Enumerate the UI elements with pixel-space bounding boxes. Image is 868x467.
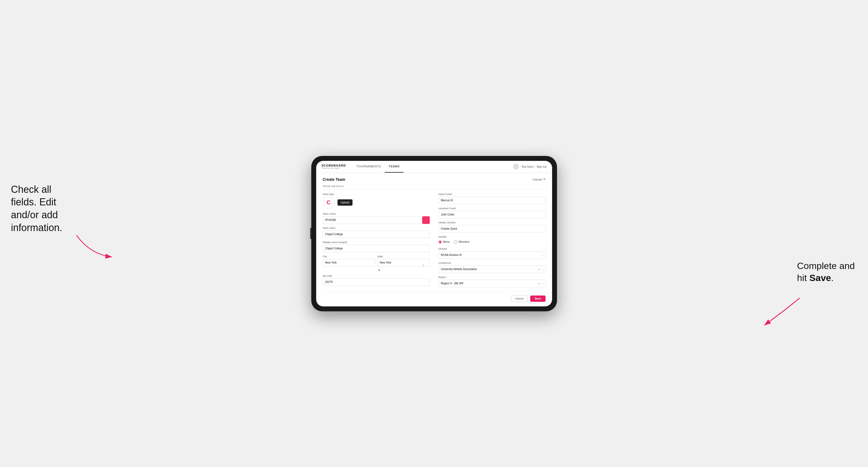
city-state-row: City State New York ⌄ — [323, 255, 430, 272]
team-colour-input[interactable] — [323, 216, 421, 224]
athletic-director-input[interactable] — [438, 225, 546, 233]
athletic-director-group: Athletic Director — [438, 221, 546, 233]
division-label: Division — [438, 247, 546, 250]
team-name-label: Team name — [323, 227, 430, 229]
division-select-wrap: NCAA Division III ⌄ — [438, 251, 546, 259]
state-group: State New York ⌄ — [377, 255, 430, 272]
tablet-frame: SCOREBOARD Powered by clippd TOURNAMENTS… — [311, 156, 557, 311]
annotation-left: Check all fields. Edit and/or add inform… — [11, 183, 76, 234]
page-title-bar: Create Team Cancel ✕ — [323, 177, 546, 182]
page-title: Create Team — [323, 177, 345, 182]
team-colour-group: Team colour — [323, 213, 430, 224]
region-select-wrap: Region II - (M) DIII × ⌄ — [438, 280, 546, 287]
navigation-bar: SCOREBOARD Powered by clippd TOURNAMENTS… — [316, 161, 552, 173]
nav-user-area: Test User | Sign out — [513, 164, 546, 169]
colour-swatch[interactable] — [422, 216, 430, 224]
region-label: Region — [438, 276, 546, 279]
app-logo: SCOREBOARD Powered by clippd — [322, 164, 346, 169]
upload-button[interactable]: Upload — [338, 199, 353, 206]
city-label: City — [323, 255, 375, 258]
display-name-group: Display name (unique) — [323, 241, 430, 252]
logo-preview: C — [323, 197, 335, 209]
gender-womens-label[interactable]: Womens — [454, 240, 469, 244]
section-header: TEAM DETAILS — [323, 185, 546, 190]
assistant-coach-group: Assistant Coach — [438, 207, 546, 218]
display-name-input[interactable] — [323, 245, 430, 252]
city-input[interactable] — [323, 259, 375, 267]
colour-input-row — [323, 216, 430, 224]
form-content: Create Team Cancel ✕ TEAM DETAILS Team l… — [316, 173, 552, 306]
zip-code-group: Zip code — [323, 275, 430, 286]
form-col-right: Head Coach Assistant Coach Athletic Dire… — [438, 193, 546, 287]
form-col-left: Team logo C Upload Team colour — [323, 193, 430, 287]
zip-code-label: Zip code — [323, 275, 430, 277]
chevron-down-icon: ⌄ — [377, 267, 381, 272]
user-name: Test User | — [521, 165, 534, 168]
state-label: State — [377, 255, 430, 258]
assistant-coach-label: Assistant Coach — [438, 207, 546, 210]
conference-select[interactable]: University Athletic Association — [438, 266, 546, 273]
page-wrapper: Check all fields. Edit and/or add inform… — [11, 156, 857, 311]
arrow-right-icon — [762, 295, 803, 328]
team-logo-group: Team logo C Upload — [323, 193, 430, 210]
team-logo-label: Team logo — [323, 193, 430, 195]
sign-out-link[interactable]: Sign out — [536, 165, 547, 168]
gender-mens-label[interactable]: Mens — [438, 240, 450, 244]
region-clear-button[interactable]: × — [538, 282, 540, 285]
close-icon: ✕ — [543, 178, 546, 181]
tablet-side-button — [310, 228, 311, 239]
gender-mens-radio[interactable] — [438, 240, 442, 244]
arrow-left-icon — [74, 232, 115, 260]
city-group: City — [323, 255, 375, 272]
avatar — [513, 164, 519, 169]
logo-area: C Upload — [323, 197, 430, 209]
tab-tournaments[interactable]: TOURNAMENTS — [352, 161, 385, 173]
conference-group: Conference University Athletic Associati… — [438, 261, 546, 273]
gender-radio-group: Mens Womens — [438, 239, 546, 245]
app-sub: Powered by clippd — [322, 167, 346, 169]
save-button[interactable]: Save — [530, 295, 545, 302]
region-select[interactable]: Region II - (M) DIII — [438, 280, 546, 287]
head-coach-label: Head Coach — [438, 193, 546, 195]
form-footer: Cancel Save — [323, 292, 546, 302]
head-coach-group: Head Coach — [438, 193, 546, 204]
assistant-coach-input[interactable] — [438, 211, 546, 218]
conference-label: Conference — [438, 261, 546, 264]
gender-label: Gender — [438, 236, 546, 238]
gender-womens-radio[interactable] — [454, 240, 457, 244]
team-colour-label: Team colour — [323, 213, 430, 215]
division-group: Division NCAA Division III ⌄ — [438, 247, 546, 259]
state-select-wrap: New York ⌄ — [377, 259, 430, 272]
cancel-button[interactable]: Cancel — [511, 295, 528, 302]
team-name-group: Team name — [323, 227, 430, 238]
city-state-group: City State New York ⌄ — [323, 255, 430, 272]
zip-code-input[interactable] — [323, 278, 430, 286]
gender-group: Gender Mens Womens — [438, 236, 546, 245]
team-name-input[interactable] — [323, 230, 430, 238]
region-group: Region Region II - (M) DIII × ⌄ — [438, 276, 546, 287]
nav-tabs: TOURNAMENTS TEAMS — [352, 161, 513, 173]
cancel-top-button[interactable]: Cancel ✕ — [532, 178, 545, 181]
app-name: SCOREBOARD — [322, 164, 346, 167]
display-name-label: Display name (unique) — [323, 241, 430, 244]
conference-select-wrap: University Athletic Association × ⌄ — [438, 266, 546, 273]
annotation-right: Complete and hit Save. — [797, 260, 857, 284]
tablet-screen: SCOREBOARD Powered by clippd TOURNAMENTS… — [316, 161, 552, 306]
tab-teams[interactable]: TEAMS — [385, 161, 403, 173]
state-select[interactable]: New York — [377, 259, 430, 267]
form-grid: Team logo C Upload Team colour — [323, 193, 546, 287]
division-select[interactable]: NCAA Division III — [438, 251, 546, 259]
conference-clear-button[interactable]: × — [538, 268, 540, 271]
athletic-director-label: Athletic Director — [438, 221, 546, 224]
head-coach-input[interactable] — [438, 197, 546, 204]
